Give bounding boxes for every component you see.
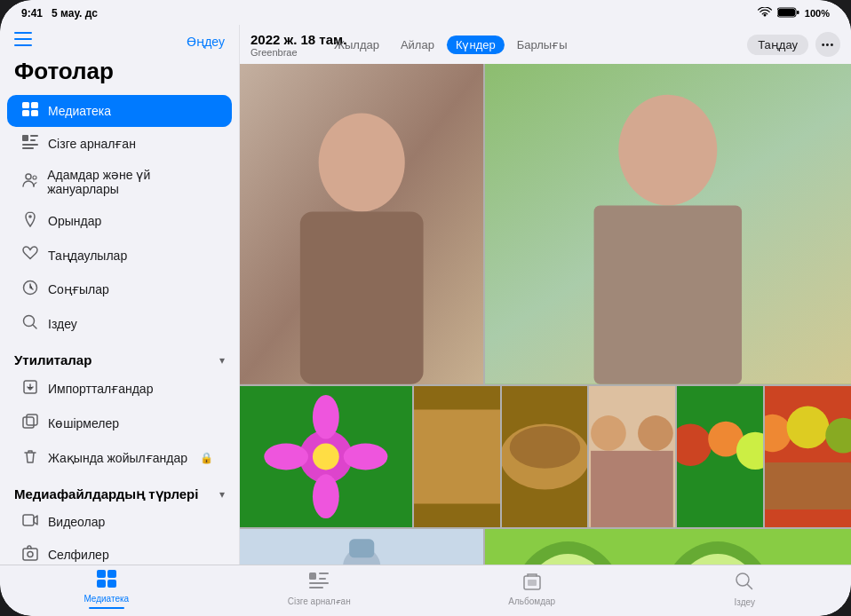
wifi-icon (758, 7, 772, 20)
svg-rect-13 (22, 144, 38, 146)
svg-rect-78 (309, 587, 323, 588)
sidebar-item-label-places: Орындар (48, 214, 101, 228)
tab-library-icon (97, 570, 116, 592)
svg-point-15 (26, 174, 31, 179)
sidebar-item-favorites[interactable]: Таңдаулылар (7, 239, 232, 272)
sidebar-item-people-pets[interactable]: Адамдар және үй жануарлары (7, 161, 232, 203)
svg-rect-7 (31, 102, 38, 108)
svg-rect-75 (319, 573, 329, 574)
svg-point-17 (28, 215, 32, 218)
more-button[interactable]: ••• (815, 32, 840, 57)
tab-active-indicator (89, 607, 124, 609)
svg-point-81 (736, 573, 749, 586)
svg-rect-6 (22, 102, 29, 108)
select-button[interactable]: Таңдау (747, 35, 808, 55)
lock-icon: 🔒 (200, 452, 213, 464)
tab-item-search[interactable]: Іздеу (639, 572, 852, 607)
svg-rect-74 (309, 573, 316, 580)
svg-rect-14 (22, 147, 34, 149)
sidebar-item-label-recents: Соңғылар (48, 282, 109, 296)
svg-rect-21 (23, 417, 34, 428)
tab-years[interactable]: Жылдар (325, 36, 388, 54)
media-types-chevron[interactable]: ▾ (219, 488, 225, 501)
sidebar-item-videos[interactable]: Видеолар (7, 507, 232, 537)
tab-item-library[interactable]: Медиатека (0, 570, 213, 609)
svg-rect-8 (22, 110, 29, 116)
svg-point-35 (619, 95, 718, 206)
svg-rect-4 (14, 38, 32, 40)
svg-point-31 (319, 113, 405, 211)
photo-cell-fruits-veggies[interactable] (677, 386, 763, 527)
device-frame: 9:41 5 мау. дс 100% Өңдеу Фотолар (0, 0, 851, 616)
svg-point-43 (344, 443, 388, 470)
svg-rect-23 (23, 515, 34, 525)
sidebar-item-selfies[interactable]: Селфилер (7, 538, 232, 565)
tab-all[interactable]: Барлығы (508, 36, 577, 54)
svg-rect-3 (14, 32, 32, 34)
svg-rect-32 (300, 211, 424, 383)
photo-row-1 (240, 64, 851, 384)
svg-rect-70 (97, 570, 106, 578)
sidebar-item-library[interactable]: Медиатека (7, 95, 232, 127)
photo-cell-bottle[interactable] (240, 529, 483, 565)
imported-icon (21, 379, 39, 399)
sidebar-item-for-you[interactable]: Сізге арналған (7, 128, 232, 160)
sidebar-item-places[interactable]: Орындар (7, 204, 232, 238)
battery-icon (777, 7, 799, 20)
photo-cell-woman-outdoor[interactable] (485, 64, 851, 384)
library-icon (21, 102, 39, 120)
svg-rect-12 (30, 139, 36, 141)
svg-point-59 (787, 406, 830, 448)
sidebar: Өңдеу Фотолар Медиатека Сізге арналған (0, 25, 240, 565)
photo-cell-people-cooking[interactable] (414, 386, 500, 527)
sidebar-header: Өңдеу (0, 25, 239, 54)
search-icon (21, 314, 39, 334)
sidebar-item-duplicates[interactable]: Көшірмелер (7, 407, 232, 440)
photo-cell-flower[interactable] (240, 386, 412, 527)
sidebar-item-recents[interactable]: Соңғылар (7, 272, 232, 306)
sidebar-toggle-icon[interactable] (14, 32, 32, 51)
photo-cell-colorful-fruits[interactable] (765, 386, 851, 527)
tab-bar: Медиатека Сізге арналған Альбомдар Іздеу (0, 565, 851, 616)
tab-albums-icon (522, 573, 542, 595)
tab-label-search: Іздеу (735, 597, 755, 607)
svg-rect-22 (27, 415, 37, 425)
photo-cell-woman-window[interactable] (240, 64, 483, 384)
sidebar-item-label-selfies: Селфилер (48, 548, 109, 562)
media-types-section-header: Медиафайлдардың түрлері ▾ (0, 476, 239, 506)
tab-days[interactable]: Күндер (447, 36, 505, 54)
people-icon (21, 173, 38, 191)
sidebar-item-recently-deleted[interactable]: Жақында жойылғандар 🔒 (7, 441, 232, 475)
toolbar-right: Таңдау ••• (747, 32, 840, 57)
sidebar-item-search[interactable]: Іздеу (7, 307, 232, 341)
photo-cell-bread[interactable] (502, 386, 588, 527)
photo-toolbar: 2022 ж. 18 там. Greenbrae Жылдар Айлар К… (240, 25, 851, 64)
tab-search-icon (735, 572, 754, 596)
svg-rect-77 (309, 582, 329, 584)
svg-rect-11 (30, 135, 38, 137)
svg-rect-52 (592, 451, 674, 527)
utilities-chevron[interactable]: ▾ (219, 354, 225, 367)
svg-point-51 (638, 415, 673, 451)
sidebar-edit-button[interactable]: Өңдеу (187, 35, 225, 49)
photo-cell-family-kitchen[interactable] (589, 386, 675, 527)
sidebar-item-label-search: Іздеу (48, 317, 77, 331)
for-you-icon (21, 135, 39, 153)
tab-item-for-you[interactable]: Сізге арналған (213, 573, 426, 606)
sidebar-title: Фотолар (0, 54, 239, 94)
svg-point-50 (592, 415, 627, 451)
favorites-icon (21, 246, 39, 265)
tab-label-albums: Альбомдар (508, 596, 555, 606)
duplicates-icon (21, 414, 39, 433)
svg-rect-61 (765, 462, 851, 509)
tab-for-you-icon (309, 573, 329, 595)
svg-point-42 (264, 443, 308, 470)
tab-months[interactable]: Айлар (392, 36, 443, 54)
sidebar-item-imported[interactable]: Импортталғандар (7, 372, 232, 406)
svg-rect-71 (107, 570, 116, 578)
tab-item-albums[interactable]: Альбомдар (426, 573, 639, 606)
sidebar-item-label-favorites: Таңдаулылар (48, 249, 127, 263)
photo-cell-melon[interactable] (485, 529, 851, 565)
recents-icon (21, 280, 39, 299)
photo-row-2 (240, 386, 851, 527)
